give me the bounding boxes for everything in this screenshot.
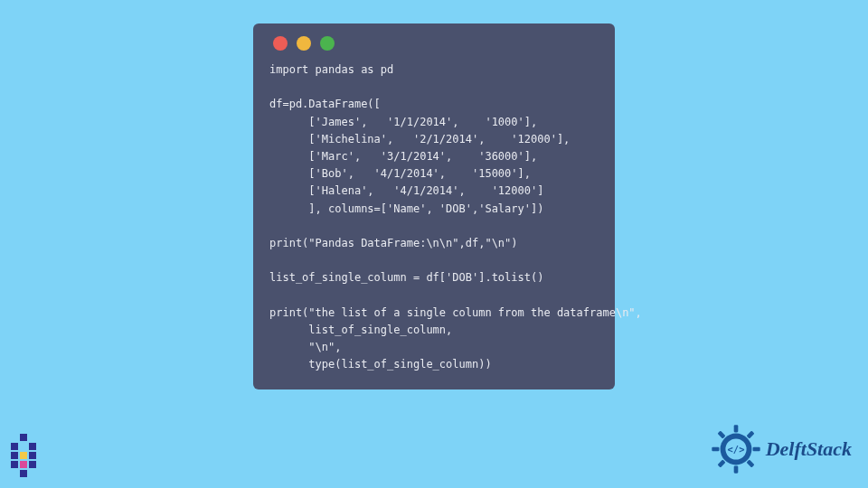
maximize-icon [320, 36, 335, 51]
svg-rect-7 [717, 430, 725, 438]
code-window: import pandas as pd df=pd.DataFrame([ ['… [253, 23, 615, 389]
code-block: import pandas as pd df=pd.DataFrame([ ['… [269, 61, 599, 373]
brand-logo: </> DelftStack [710, 423, 852, 475]
svg-rect-8 [746, 459, 754, 467]
minimize-icon [297, 36, 311, 51]
svg-text:</>: </> [727, 444, 744, 455]
gear-icon: </> [710, 423, 762, 475]
svg-rect-6 [717, 459, 725, 467]
svg-rect-3 [712, 447, 719, 452]
brand-name: DelftStack [766, 437, 852, 461]
svg-rect-2 [733, 466, 738, 474]
left-logo-icon [11, 432, 52, 479]
svg-rect-4 [752, 447, 760, 452]
svg-rect-5 [746, 430, 754, 438]
close-icon [273, 36, 288, 51]
window-titlebar [269, 36, 599, 51]
svg-rect-1 [733, 425, 738, 432]
